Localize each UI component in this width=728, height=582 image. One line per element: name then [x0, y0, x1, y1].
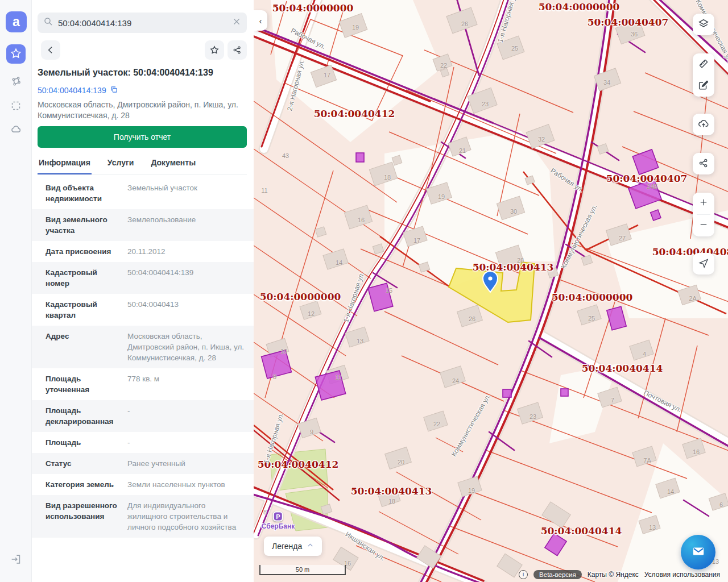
- share-map-button[interactable]: [693, 153, 714, 174]
- app-logo[interactable]: a: [6, 11, 27, 32]
- table-row: Вид земельного участкаЗемлепользование: [32, 209, 254, 241]
- row-value: 20.11.2012: [127, 246, 247, 257]
- cadastral-number-text: 50:04:0040414:139: [38, 86, 106, 95]
- tab-информация[interactable]: Информация: [38, 155, 92, 174]
- table-row: Дата присвоения20.11.2012: [32, 241, 254, 262]
- plus-icon: [698, 196, 709, 211]
- table-row: Площадь уточненная778 кв. м: [32, 368, 254, 400]
- terms-link[interactable]: Условия использования: [644, 571, 720, 579]
- zoom-in-button[interactable]: [693, 193, 714, 214]
- search-bar: [38, 13, 247, 33]
- back-button[interactable]: [41, 40, 60, 60]
- collapse-panel-button[interactable]: ‹: [254, 10, 267, 31]
- share-icon: [698, 157, 709, 171]
- table-row: Кадастровый квартал50:04:0040413: [32, 294, 254, 326]
- row-label: Площадь: [46, 437, 119, 448]
- row-value: 50:04:0040413: [127, 299, 247, 321]
- table-row: Категория земельЗемли населенных пунктов: [32, 474, 254, 495]
- table-row: СтатусРанее учтенный: [32, 453, 254, 474]
- row-label: Площадь уточненная: [46, 373, 119, 395]
- favorites-button[interactable]: [6, 44, 26, 64]
- left-toolbar: a: [0, 0, 32, 582]
- login-button[interactable]: [6, 550, 26, 569]
- row-value: 50:04:0040414:139: [127, 267, 247, 289]
- row-value: 778 кв. м: [127, 373, 247, 395]
- object-address: Московская область, Дмитровский район, п…: [38, 99, 247, 121]
- chat-button[interactable]: [681, 535, 715, 569]
- zoom-control: [693, 193, 714, 236]
- info-icon[interactable]: i: [519, 570, 528, 579]
- map-attribution: i Beta-версия Карты © Яндекс Условия исп…: [519, 570, 720, 579]
- row-value: Земельный участок: [127, 182, 247, 204]
- favorite-object-button[interactable]: [205, 40, 224, 60]
- row-label: Кадастровый номер: [46, 267, 119, 289]
- table-row: Вид разрешенного использованияДля индиви…: [32, 495, 254, 538]
- sign-in-icon: [10, 553, 22, 567]
- upload-button[interactable]: [693, 114, 714, 135]
- page-title: Земельный участок: 50:04:0040414:139: [38, 68, 247, 78]
- row-value: -: [127, 405, 247, 427]
- locate-button[interactable]: [693, 253, 714, 275]
- beta-badge: Beta-версия: [533, 570, 582, 579]
- object-panel: Земельный участок: 50:04:0040414:139 50:…: [32, 0, 254, 582]
- row-label: Вид объекта недвижимости: [46, 182, 119, 204]
- map-area[interactable]: 50:04:000000050:04:000000050:04:00404075…: [254, 0, 728, 582]
- row-label: Вид разрешенного использования: [46, 500, 119, 533]
- tab-услуги[interactable]: Услуги: [106, 155, 135, 174]
- row-label: Площадь декларированная: [46, 405, 119, 427]
- legend-label: Легенда: [272, 542, 302, 551]
- tab-документы[interactable]: Документы: [150, 155, 197, 174]
- upload-control: [693, 114, 714, 135]
- cloud-button[interactable]: [6, 120, 26, 140]
- row-value: Для индивидуального жилищного строительс…: [127, 500, 247, 533]
- clear-search-icon[interactable]: [232, 17, 241, 28]
- star-icon: [10, 47, 22, 61]
- table-row: Вид объекта недвижимостиЗемельный участо…: [32, 177, 254, 209]
- layers-icon: [697, 18, 710, 32]
- select-area-button[interactable]: [6, 97, 26, 116]
- cadastral-number-link[interactable]: 50:04:0040414:139: [38, 85, 118, 95]
- app-window: a Земельный участок: 50:04:004: [0, 0, 728, 582]
- table-row: АдресМосковская область, Дмитровский рай…: [32, 326, 254, 368]
- row-label: Статус: [46, 458, 119, 469]
- table-row: Кадастровый номер50:04:0040414:139: [32, 262, 254, 294]
- envelope-icon: [691, 544, 706, 560]
- info-table: Вид объекта недвижимостиЗемельный участо…: [32, 177, 254, 538]
- polygon-icon: [10, 76, 22, 90]
- zoom-out-button[interactable]: [693, 215, 714, 236]
- dashed-square-icon: [10, 99, 22, 114]
- tabs: ИнформацияУслугиДокументы: [38, 155, 247, 175]
- share-object-button[interactable]: [228, 40, 247, 60]
- cloud-upload-icon: [697, 118, 710, 132]
- copy-icon[interactable]: [110, 85, 118, 95]
- share-map-control: [693, 153, 714, 174]
- locate-control: [693, 253, 714, 275]
- ruler-button[interactable]: [693, 53, 714, 75]
- row-value: Московская область, Дмитровский район, п…: [127, 331, 247, 363]
- maps-copyright[interactable]: Карты © Яндекс: [588, 571, 639, 579]
- search-icon: [43, 16, 53, 29]
- table-row: Площадь декларированная-: [32, 400, 254, 432]
- row-value: Ранее учтенный: [127, 458, 247, 469]
- object-actions: [38, 40, 247, 60]
- measure-edit-control: [693, 53, 714, 97]
- layers-control: [693, 14, 714, 35]
- draw-button[interactable]: [693, 75, 714, 97]
- get-report-button[interactable]: Получить отчет: [38, 126, 247, 148]
- cadastral-map[interactable]: [254, 0, 728, 582]
- table-row: Площадь-: [32, 432, 254, 453]
- search-input[interactable]: [58, 18, 228, 28]
- row-value: -: [127, 437, 247, 448]
- row-label: Вид земельного участка: [46, 214, 119, 236]
- minus-icon: [698, 218, 709, 233]
- row-value: Земли населенных пунктов: [127, 479, 247, 490]
- layers-button[interactable]: [693, 14, 714, 35]
- row-label: Категория земель: [46, 479, 119, 490]
- polygon-tool-button[interactable]: [6, 73, 26, 92]
- legend-button[interactable]: Легенда: [264, 537, 322, 556]
- ruler-icon: [697, 57, 710, 72]
- scale-bar: 50 m: [259, 565, 346, 575]
- cloud-icon: [10, 123, 22, 138]
- edit-icon: [697, 79, 710, 93]
- scale-label: 50 m: [296, 566, 309, 573]
